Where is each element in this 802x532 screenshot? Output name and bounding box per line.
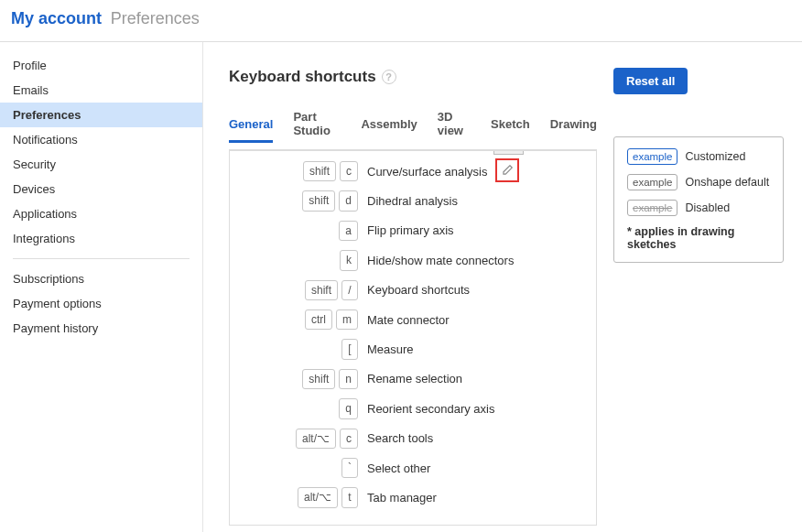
shortcut-keys: alt/⌥ c [239,429,358,449]
key: shift [302,369,335,389]
key: n [339,369,358,389]
key: shift [302,190,335,211]
shortcut-keys: shift d [239,190,358,211]
key: m [336,309,358,330]
shortcut-keys: q [239,398,358,418]
key: c [340,429,358,449]
shortcut-label: Measure [367,342,414,356]
main-panel: Keyboard shortcuts ? General Part Studio… [203,42,802,532]
tab-assembly[interactable]: Assembly [361,110,417,143]
shortcut-row[interactable]: shift c Curve/surface analysis Edit [230,157,596,186]
shortcut-row[interactable]: shift n Rename selection [230,364,596,394]
shortcut-label: Hide/show mate connectors [367,254,514,267]
shortcut-keys: ` [239,458,358,478]
legend-box: example Customized example Onshape defau… [613,136,784,263]
key: alt/⌥ [296,429,336,449]
sidebar-item-notifications[interactable]: Notifications [0,127,202,152]
legend-label: Customized [685,150,745,163]
tab-drawing[interactable]: Drawing [550,110,597,143]
shortcut-row[interactable]: q Reorient secondary axis [230,394,596,423]
shortcut-keys: alt/⌥ t [239,487,358,507]
shortcut-label: Reorient secondary axis [367,402,494,416]
sidebar-divider [13,258,190,259]
tab-part-studio[interactable]: Part Studio [293,103,341,149]
content-area: Profile Emails Preferences Notifications… [0,42,802,532]
shortcut-row[interactable]: a Flip primary axis [230,216,596,245]
key: c [340,161,358,181]
sidebar-item-payment-history[interactable]: Payment history [0,316,202,341]
shortcut-keys: [ [239,339,358,359]
sidebar-item-payment-options[interactable]: Payment options [0,291,202,316]
tab-bar: General Part Studio Assembly 3D view Ske… [229,103,597,150]
legend-key-customized: example [627,148,677,165]
legend-note: * applies in drawing sketches [627,225,770,251]
help-icon[interactable]: ? [382,70,396,84]
reset-all-button[interactable]: Reset all [613,68,688,94]
shortcut-row[interactable]: [ Measure [230,334,596,364]
shortcut-label: Flip primary axis [367,223,454,237]
shortcut-label: Search tools [367,431,433,445]
shortcut-keys: k [239,250,358,270]
sidebar-item-devices[interactable]: Devices [0,177,202,201]
shortcut-row[interactable]: ` Select other [230,453,596,483]
shortcut-keys: shift c [239,161,358,181]
key: k [340,250,358,270]
shortcut-label: Dihedral analysis [367,194,458,208]
shortcut-label: Select other [367,461,430,475]
section-title: Keyboard shortcuts ? [229,68,396,86]
right-column: Reset all example Customized example Ons… [613,68,784,263]
shortcut-row[interactable]: shift d Dihedral analysis [230,186,596,215]
tab-general[interactable]: General [229,110,273,143]
key: alt/⌥ [298,487,338,507]
shortcut-row[interactable]: alt/⌥ t Tab manager [230,483,596,512]
header-title: My account [11,9,102,27]
legend-key-disabled: example [627,200,677,216]
shortcut-row[interactable]: k Hide/show mate connectors [230,245,596,275]
legend-customized: example Customized [627,148,770,165]
sidebar-item-preferences[interactable]: Preferences [0,103,202,127]
shortcut-keys: ctrl m [239,309,358,330]
key: ctrl [305,309,332,330]
shortcut-keys: a [239,221,358,241]
key: shift [303,161,336,181]
key: / [341,280,358,300]
key: d [339,190,358,211]
key: q [339,398,358,418]
key: t [341,487,358,507]
shortcut-row[interactable]: ctrl m Mate connector [230,305,596,334]
sidebar-item-applications[interactable]: Applications [0,201,202,226]
sidebar-item-emails[interactable]: Emails [0,78,202,103]
shortcut-label: Mate connector [367,313,450,327]
key: [ [341,339,358,359]
pencil-icon [501,164,514,177]
shortcut-keys: shift / [239,280,358,300]
sidebar-item-subscriptions[interactable]: Subscriptions [0,266,202,291]
tab-sketch[interactable]: Sketch [491,110,530,143]
shortcut-row[interactable]: shift / Keyboard shortcuts [230,276,596,305]
key: shift [305,280,338,300]
legend-label: Disabled [685,201,730,214]
legend-key-default: example [627,174,677,190]
sidebar-item-security[interactable]: Security [0,152,202,177]
shortcut-label: Rename selection [367,372,462,385]
shortcut-list[interactable]: shift c Curve/surface analysis Edit shif… [229,150,597,526]
legend-disabled: example Disabled [627,200,770,216]
sidebar: Profile Emails Preferences Notifications… [0,42,203,532]
legend-default: example Onshape default [627,174,770,190]
shortcut-label: Curve/surface analysis [367,165,488,179]
shortcut-row[interactable]: alt/⌥ c Search tools [230,424,596,453]
tab-3d-view[interactable]: 3D view [438,103,471,149]
edit-shortcut-button[interactable] [495,158,519,182]
sidebar-item-profile[interactable]: Profile [0,53,202,78]
legend-label: Onshape default [685,176,769,189]
key: a [339,221,358,241]
shortcut-keys: shift n [239,369,358,389]
section-title-text: Keyboard shortcuts [229,68,376,86]
shortcut-label: Keyboard shortcuts [367,283,470,297]
shortcut-label: Tab manager [367,491,437,505]
header-subtitle: Preferences [111,9,200,27]
sidebar-item-integrations[interactable]: Integrations [0,226,202,251]
key: ` [341,458,358,478]
edit-tooltip: Edit [493,150,524,155]
page-header: My account Preferences [0,0,802,42]
